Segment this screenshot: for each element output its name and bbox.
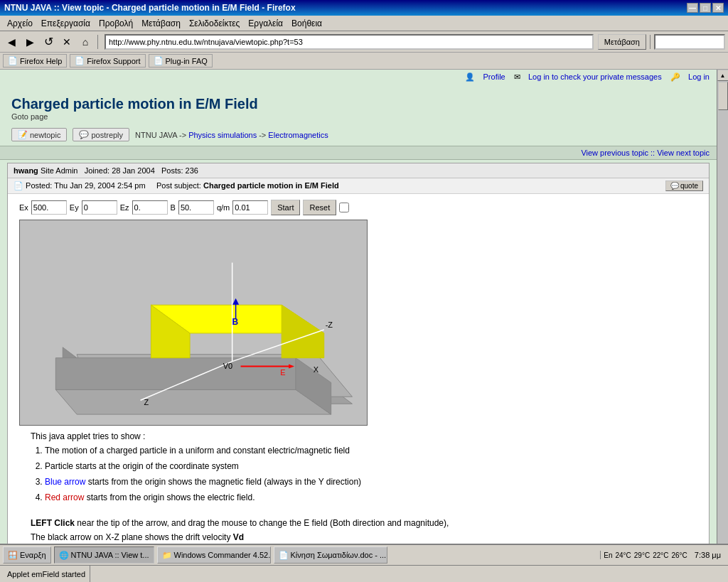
start-btn[interactable]: 🪟 Εναρξη	[3, 546, 51, 564]
postreply-label: postreply	[91, 131, 123, 139]
search-input[interactable]	[654, 34, 725, 50]
forum-page: 👤 Profile ✉ Log in to check your private…	[0, 70, 717, 565]
taskbar-item-2[interactable]: 📄 Κίνηση Σωματιδίων.doc - ...	[274, 546, 387, 564]
stop-btn[interactable]: ✕	[58, 33, 75, 50]
profile-link[interactable]: Profile	[483, 72, 505, 81]
post-user-info: hwang Site Admin Joined: 28 Jan 2004 Pos…	[14, 166, 198, 175]
bookmark-firefox-support[interactable]: 📄 Firefox Support	[70, 54, 145, 68]
svg-marker-4	[55, 389, 331, 414]
red-arrow-text: Red arrow	[45, 492, 84, 502]
taskbar-icon-0: 🌐	[59, 551, 69, 560]
systray-temp4: 26°C	[672, 551, 687, 559]
page-title: Charged particle motion in E/M Field	[11, 96, 705, 112]
sim-canvas[interactable]: Xi=(0, 0, 0) Vi=(0.0, 0.0, 0.0) T=12.5s	[19, 220, 368, 426]
item2-desc: starts from the origin shows the magneti…	[88, 477, 361, 487]
ey-input[interactable]	[82, 200, 117, 215]
messages-link[interactable]: Log in to check your private messages	[528, 72, 662, 81]
ex-input[interactable]	[31, 200, 67, 215]
menu-file[interactable]: Αρχείο	[3, 17, 37, 30]
header-links: 👤 Profile ✉ Log in to check your private…	[0, 70, 717, 85]
page-title-area: Charged particle motion in E/M Field Got…	[0, 85, 717, 124]
forward-btn[interactable]: ▶	[21, 33, 38, 50]
post-box: hwang Site Admin Joined: 28 Jan 2004 Pos…	[7, 163, 710, 564]
post-subject-line: 📄 Posted: Thu Jan 29, 2004 2:54 pm Post …	[8, 178, 709, 194]
user-role-text: Site Admin	[41, 166, 78, 175]
sys-tray: En 24°C 29°C 22°C 26°C 7:38 μμ	[600, 551, 725, 559]
taskbar-icon-2: 📄	[279, 551, 289, 560]
toolbar-sep	[97, 35, 98, 49]
systray-en: En	[604, 551, 612, 559]
postreply-btn[interactable]: 💬 postreply	[73, 128, 129, 141]
reset-btn[interactable]: Reset	[303, 200, 336, 215]
taskbar-label-2: Κίνηση Σωματιδίων.doc - ...	[291, 551, 387, 559]
subject-label: Post subject:	[156, 181, 201, 190]
postreply-icon: 💬	[79, 130, 89, 139]
start-label: Εναρξη	[20, 551, 46, 559]
quote-btn[interactable]: 💬 quote	[665, 180, 703, 191]
start-btn[interactable]: Start	[271, 200, 300, 215]
go-button[interactable]: Μετάβαση	[598, 34, 646, 50]
taskbar-label-1: Windows Commander 4.52...	[174, 551, 271, 559]
bookmark-firefox-help[interactable]: 📄 Firefox Help	[3, 54, 67, 68]
scroll-thumb[interactable]	[718, 82, 728, 110]
desc-intro: This java applet tries to show :	[31, 431, 686, 441]
breadcrumb-link2[interactable]: Electromagnetics	[268, 131, 328, 139]
menu-help[interactable]: Βοήθεια	[287, 17, 326, 30]
reload-btn[interactable]: ↺	[40, 33, 57, 50]
bookmark-icon2: 📄	[75, 56, 85, 65]
simulation-svg: -Z B V0	[20, 220, 367, 425]
qm-input[interactable]	[232, 200, 268, 215]
description-area: This java applet tries to show : The mot…	[19, 426, 697, 558]
bookmark-label2: Firefox Support	[87, 57, 140, 65]
menu-view[interactable]: Προβολή	[95, 17, 137, 30]
browser-content: 👤 Profile ✉ Log in to check your private…	[0, 70, 728, 565]
systray-temp2: 29°C	[634, 551, 650, 559]
bookmark-label: Firefox Help	[20, 57, 62, 65]
view-prev-link[interactable]: View previous topic	[581, 149, 648, 157]
b-input[interactable]	[178, 200, 214, 215]
item3-desc: starts from the origin shows the electri…	[87, 492, 255, 502]
goto-page: Goto page	[11, 112, 705, 121]
sim-area: Ex Ey Ez B q/m Start Reset	[8, 194, 709, 564]
menu-bookmarks[interactable]: Σελιδοδείκτες	[185, 17, 244, 30]
maximize-btn[interactable]: □	[700, 3, 711, 13]
menu-edit[interactable]: Επεξεργασία	[37, 17, 95, 30]
post-header: hwang Site Admin Joined: 28 Jan 2004 Pos…	[8, 163, 709, 178]
profile-icon: 👤	[465, 72, 475, 81]
systray-temp3: 22°C	[653, 551, 668, 559]
ez-input[interactable]	[132, 200, 168, 215]
desc-item1: Particle starts at the origin of the coo…	[45, 461, 686, 471]
window-controls[interactable]: — □ ✕	[687, 3, 724, 13]
desc-item2: Blue arrow starts from the origin shows …	[45, 477, 686, 487]
bookmark-plugin-faq[interactable]: 📄 Plug-in FAQ	[149, 54, 213, 68]
taskbar-icon-1: 📁	[162, 551, 172, 560]
breadcrumb-link1[interactable]: Physics simulations	[188, 131, 257, 139]
start-icon: 🪟	[8, 551, 18, 560]
subject-text: Charged particle motion in E/M Field	[203, 181, 339, 190]
scroll-track[interactable]	[717, 81, 728, 554]
blue-arrow-text: Blue arrow	[45, 477, 85, 487]
systray-temp1: 24°C	[615, 551, 631, 559]
left-click-desc: LEFT Click near the tip of the arrow, an…	[31, 518, 686, 528]
newtopic-btn[interactable]: 📝 newtopic	[11, 128, 67, 141]
menu-tools[interactable]: Εργαλεία	[244, 17, 287, 30]
taskbar-label-0: NTNU JAVA :: View t...	[71, 551, 149, 559]
taskbar-item-1[interactable]: 📁 Windows Commander 4.52...	[157, 546, 271, 564]
view-next-link[interactable]: View next topic	[657, 149, 710, 157]
back-btn[interactable]: ◀	[3, 33, 20, 50]
scroll-up-btn[interactable]: ▲	[717, 70, 729, 81]
taskbar-item-0[interactable]: 🌐 NTNU JAVA :: View t...	[54, 546, 154, 564]
home-btn[interactable]: ⌂	[77, 33, 94, 50]
login-link[interactable]: Log in	[688, 72, 710, 81]
qm-label: q/m	[217, 203, 230, 212]
menu-navigate[interactable]: Μετάβαση	[137, 17, 185, 30]
svg-text:E: E	[280, 368, 285, 377]
address-input[interactable]	[105, 34, 594, 50]
newtopic-label: newtopic	[30, 131, 60, 139]
clock: 7:38 μμ	[690, 551, 725, 559]
breadcrumb: NTNU JAVA -> Physics simulations -> Elec…	[135, 131, 328, 139]
bookmark-label3: Plug-in FAQ	[166, 57, 208, 65]
minimize-btn[interactable]: —	[687, 3, 698, 13]
checkbox[interactable]	[339, 203, 349, 212]
close-btn[interactable]: ✕	[712, 3, 724, 13]
